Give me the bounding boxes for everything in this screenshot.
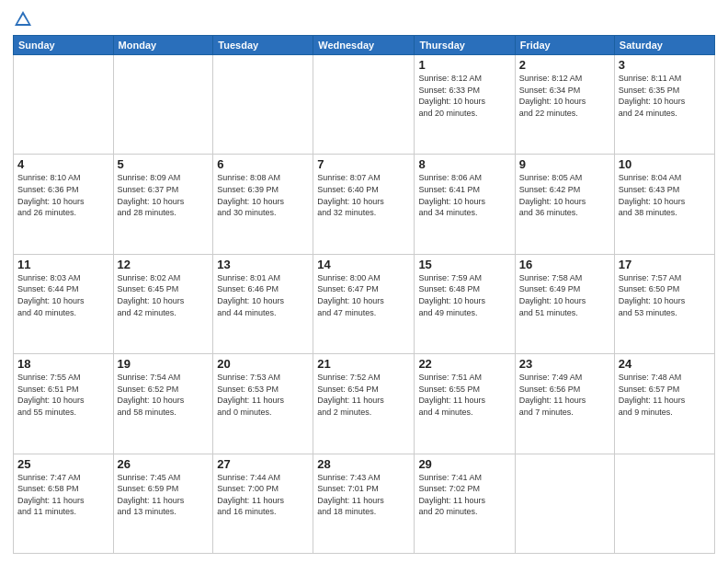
calendar-cell: 27Sunrise: 7:44 AMSunset: 7:00 PMDayligh… bbox=[213, 454, 313, 553]
calendar-cell: 11Sunrise: 8:03 AMSunset: 6:44 PMDayligh… bbox=[14, 254, 114, 353]
day-info: Sunrise: 8:07 AMSunset: 6:40 PMDaylight:… bbox=[317, 172, 410, 218]
calendar-cell bbox=[113, 55, 213, 155]
calendar-header-friday: Friday bbox=[515, 36, 614, 55]
calendar-cell: 24Sunrise: 7:48 AMSunset: 6:57 PMDayligh… bbox=[614, 354, 714, 454]
day-number: 14 bbox=[317, 258, 410, 271]
calendar-cell: 25Sunrise: 7:47 AMSunset: 6:58 PMDayligh… bbox=[14, 454, 114, 553]
calendar-cell: 26Sunrise: 7:45 AMSunset: 6:59 PMDayligh… bbox=[113, 454, 213, 553]
calendar-cell: 5Sunrise: 8:09 AMSunset: 6:37 PMDaylight… bbox=[113, 155, 213, 254]
day-info: Sunrise: 7:55 AMSunset: 6:51 PMDaylight:… bbox=[17, 372, 109, 418]
day-info: Sunrise: 7:43 AMSunset: 7:01 PMDaylight:… bbox=[317, 472, 410, 518]
calendar-cell: 1Sunrise: 8:12 AMSunset: 6:33 PMDaylight… bbox=[415, 55, 515, 155]
day-number: 28 bbox=[317, 457, 410, 471]
calendar-cell: 29Sunrise: 7:41 AMSunset: 7:02 PMDayligh… bbox=[415, 454, 515, 553]
day-number: 20 bbox=[217, 357, 309, 371]
calendar-cell: 2Sunrise: 8:12 AMSunset: 6:34 PMDaylight… bbox=[515, 55, 614, 155]
calendar-cell: 22Sunrise: 7:51 AMSunset: 6:55 PMDayligh… bbox=[415, 354, 515, 454]
calendar-header-row: SundayMondayTuesdayWednesdayThursdayFrid… bbox=[14, 36, 715, 55]
calendar-header-wednesday: Wednesday bbox=[313, 36, 415, 55]
calendar-cell bbox=[14, 55, 114, 155]
calendar-cell: 15Sunrise: 7:59 AMSunset: 6:48 PMDayligh… bbox=[415, 254, 515, 353]
day-number: 7 bbox=[317, 157, 410, 171]
calendar-week-2: 11Sunrise: 8:03 AMSunset: 6:44 PMDayligh… bbox=[14, 254, 715, 353]
calendar-cell: 13Sunrise: 8:01 AMSunset: 6:46 PMDayligh… bbox=[213, 254, 313, 353]
calendar-header-tuesday: Tuesday bbox=[213, 36, 313, 55]
page: SundayMondayTuesdayWednesdayThursdayFrid… bbox=[0, 0, 728, 563]
day-number: 19 bbox=[118, 357, 210, 371]
calendar-header-saturday: Saturday bbox=[614, 36, 714, 55]
day-number: 6 bbox=[217, 157, 309, 171]
calendar-cell: 4Sunrise: 8:10 AMSunset: 6:36 PMDaylight… bbox=[14, 155, 114, 254]
calendar-header-monday: Monday bbox=[113, 36, 213, 55]
day-number: 29 bbox=[418, 457, 510, 471]
calendar-header-thursday: Thursday bbox=[415, 36, 515, 55]
day-number: 17 bbox=[619, 258, 711, 271]
day-number: 3 bbox=[619, 58, 711, 72]
day-info: Sunrise: 8:11 AMSunset: 6:35 PMDaylight:… bbox=[619, 73, 711, 119]
calendar-cell bbox=[313, 55, 415, 155]
calendar-cell: 14Sunrise: 8:00 AMSunset: 6:47 PMDayligh… bbox=[313, 254, 415, 353]
calendar-header-sunday: Sunday bbox=[14, 36, 114, 55]
calendar-cell bbox=[213, 55, 313, 155]
day-number: 24 bbox=[619, 357, 711, 371]
calendar-cell: 18Sunrise: 7:55 AMSunset: 6:51 PMDayligh… bbox=[14, 354, 114, 454]
calendar-cell: 7Sunrise: 8:07 AMSunset: 6:40 PMDaylight… bbox=[313, 155, 415, 254]
day-info: Sunrise: 8:05 AMSunset: 6:42 PMDaylight:… bbox=[519, 172, 610, 218]
day-number: 5 bbox=[118, 157, 210, 171]
calendar-cell: 21Sunrise: 7:52 AMSunset: 6:54 PMDayligh… bbox=[313, 354, 415, 454]
day-info: Sunrise: 7:52 AMSunset: 6:54 PMDaylight:… bbox=[317, 372, 410, 418]
calendar-cell: 12Sunrise: 8:02 AMSunset: 6:45 PMDayligh… bbox=[113, 254, 213, 353]
day-info: Sunrise: 7:59 AMSunset: 6:48 PMDaylight:… bbox=[418, 272, 510, 318]
day-number: 21 bbox=[317, 357, 410, 371]
day-info: Sunrise: 8:09 AMSunset: 6:37 PMDaylight:… bbox=[118, 172, 210, 218]
day-info: Sunrise: 7:41 AMSunset: 7:02 PMDaylight:… bbox=[418, 472, 510, 518]
calendar-cell: 16Sunrise: 7:58 AMSunset: 6:49 PMDayligh… bbox=[515, 254, 614, 353]
day-info: Sunrise: 7:58 AMSunset: 6:49 PMDaylight:… bbox=[519, 272, 610, 318]
calendar-cell: 23Sunrise: 7:49 AMSunset: 6:56 PMDayligh… bbox=[515, 354, 614, 454]
day-info: Sunrise: 8:02 AMSunset: 6:45 PMDaylight:… bbox=[118, 272, 210, 318]
day-info: Sunrise: 8:06 AMSunset: 6:41 PMDaylight:… bbox=[418, 172, 510, 218]
calendar-cell: 8Sunrise: 8:06 AMSunset: 6:41 PMDaylight… bbox=[415, 155, 515, 254]
day-info: Sunrise: 7:44 AMSunset: 7:00 PMDaylight:… bbox=[217, 472, 309, 518]
day-info: Sunrise: 8:12 AMSunset: 6:33 PMDaylight:… bbox=[418, 73, 510, 119]
day-number: 8 bbox=[418, 157, 510, 171]
header bbox=[13, 9, 715, 29]
day-number: 11 bbox=[17, 258, 109, 271]
day-number: 15 bbox=[418, 258, 510, 271]
day-number: 1 bbox=[418, 58, 510, 72]
day-info: Sunrise: 8:04 AMSunset: 6:43 PMDaylight:… bbox=[619, 172, 711, 218]
calendar-week-1: 4Sunrise: 8:10 AMSunset: 6:36 PMDaylight… bbox=[14, 155, 715, 254]
calendar-cell: 10Sunrise: 8:04 AMSunset: 6:43 PMDayligh… bbox=[614, 155, 714, 254]
day-number: 13 bbox=[217, 258, 309, 271]
day-info: Sunrise: 7:57 AMSunset: 6:50 PMDaylight:… bbox=[619, 272, 711, 318]
calendar-cell bbox=[614, 454, 714, 553]
day-info: Sunrise: 7:47 AMSunset: 6:58 PMDaylight:… bbox=[17, 472, 109, 518]
day-number: 22 bbox=[418, 357, 510, 371]
calendar-cell: 28Sunrise: 7:43 AMSunset: 7:01 PMDayligh… bbox=[313, 454, 415, 553]
day-number: 23 bbox=[519, 357, 610, 371]
calendar-table: SundayMondayTuesdayWednesdayThursdayFrid… bbox=[13, 35, 715, 554]
logo bbox=[13, 9, 37, 29]
day-number: 25 bbox=[17, 457, 109, 471]
calendar-cell: 3Sunrise: 8:11 AMSunset: 6:35 PMDaylight… bbox=[614, 55, 714, 155]
calendar-cell: 6Sunrise: 8:08 AMSunset: 6:39 PMDaylight… bbox=[213, 155, 313, 254]
calendar-cell: 19Sunrise: 7:54 AMSunset: 6:52 PMDayligh… bbox=[113, 354, 213, 454]
calendar-week-0: 1Sunrise: 8:12 AMSunset: 6:33 PMDaylight… bbox=[14, 55, 715, 155]
day-number: 4 bbox=[17, 157, 109, 171]
day-number: 2 bbox=[519, 58, 610, 72]
calendar-cell: 20Sunrise: 7:53 AMSunset: 6:53 PMDayligh… bbox=[213, 354, 313, 454]
calendar-cell: 17Sunrise: 7:57 AMSunset: 6:50 PMDayligh… bbox=[614, 254, 714, 353]
day-number: 9 bbox=[519, 157, 610, 171]
day-number: 12 bbox=[118, 258, 210, 271]
day-info: Sunrise: 8:00 AMSunset: 6:47 PMDaylight:… bbox=[317, 272, 410, 318]
day-info: Sunrise: 8:08 AMSunset: 6:39 PMDaylight:… bbox=[217, 172, 309, 218]
day-info: Sunrise: 7:49 AMSunset: 6:56 PMDaylight:… bbox=[519, 372, 610, 418]
calendar-cell bbox=[515, 454, 614, 553]
day-info: Sunrise: 7:45 AMSunset: 6:59 PMDaylight:… bbox=[118, 472, 210, 518]
day-info: Sunrise: 7:48 AMSunset: 6:57 PMDaylight:… bbox=[619, 372, 711, 418]
calendar-week-4: 25Sunrise: 7:47 AMSunset: 6:58 PMDayligh… bbox=[14, 454, 715, 553]
day-number: 26 bbox=[118, 457, 210, 471]
day-number: 18 bbox=[17, 357, 109, 371]
day-info: Sunrise: 8:03 AMSunset: 6:44 PMDaylight:… bbox=[17, 272, 109, 318]
calendar-week-3: 18Sunrise: 7:55 AMSunset: 6:51 PMDayligh… bbox=[14, 354, 715, 454]
